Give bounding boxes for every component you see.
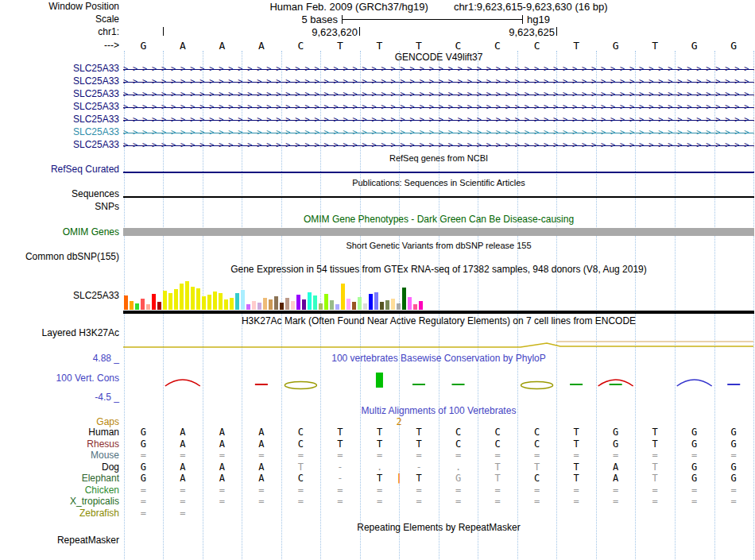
alignment-base: = — [556, 496, 596, 507]
gene-transcript[interactable]: >>>>>>>>>>>>>>>>>>>>>>>>>>>>>>>>>>>>>>>>… — [123, 64, 754, 75]
species-label-dog[interactable]: Dog — [0, 462, 119, 473]
gtex-gene-model[interactable] — [123, 311, 754, 314]
alignment-base: = — [635, 496, 675, 507]
alignment-base: T — [281, 462, 320, 473]
snps-label[interactable]: SNPs — [0, 202, 119, 212]
alignment-base: = — [399, 496, 439, 507]
gene-transcript[interactable]: >>>>>>>>>>>>>>>>>>>>>>>>>>>>>>>>>>>>>>>>… — [123, 76, 754, 87]
alignment-base: = — [399, 485, 439, 496]
base-letter: T — [399, 41, 439, 51]
conservation-mark — [677, 380, 712, 386]
alignment-base: = — [675, 450, 714, 461]
alignment-base: A — [163, 427, 203, 438]
conservation-min-label: -4.5 _ — [0, 392, 119, 403]
species-label-mouse[interactable]: Mouse — [0, 450, 119, 461]
omim-gene-bar[interactable] — [123, 228, 754, 236]
alignment-base: G — [596, 439, 636, 450]
gtex-expression-bar — [124, 295, 128, 310]
gene-label[interactable]: SLC25A33 — [0, 64, 119, 74]
gene-label[interactable]: SLC25A33 — [0, 127, 119, 137]
conservation-mark — [165, 380, 200, 386]
alignment-base: A — [163, 439, 203, 450]
alignment-base: = — [202, 496, 242, 507]
gtex-expression-bar — [269, 299, 273, 310]
refseq-track-header[interactable]: RefSeq genes from NCBI — [123, 153, 754, 164]
alignment-base: T — [399, 427, 439, 438]
alignment-base: . — [439, 462, 478, 473]
gtex-expression-bar — [308, 292, 312, 310]
gtex-expression-bar — [291, 301, 295, 310]
vert-cons-label[interactable]: 100 Vert. Cons — [0, 373, 119, 384]
gene-label[interactable]: SLC25A33 — [0, 76, 119, 87]
alignment-base: T — [360, 439, 400, 450]
gene-transcript[interactable]: >>>>>>>>>>>>>>>>>>>>>>>>>>>>>>>>>>>>>>>>… — [123, 140, 754, 151]
alignment-base: = — [281, 450, 320, 461]
species-label-x_tropicalis[interactable]: X_tropicalis — [0, 496, 119, 507]
sequences-label[interactable]: Sequences — [0, 189, 119, 199]
strand-arrows: >>>>>>>>>>>>>>>>>>>>>>>>>>>>>>>>>>>>>>>>… — [123, 102, 754, 113]
base-letter: C — [281, 41, 320, 51]
gencode-track-header[interactable]: GENCODE V49lift37 — [123, 52, 754, 63]
publications-track-header[interactable]: Publications: Sequences in Scientific Ar… — [123, 178, 754, 188]
alignment-base: = — [556, 450, 596, 461]
gene-transcript[interactable]: >>>>>>>>>>>>>>>>>>>>>>>>>>>>>>>>>>>>>>>>… — [123, 89, 754, 100]
base-letter: A — [242, 41, 281, 51]
repeatmasker-track-header[interactable]: Repeating Elements by RepeatMasker — [123, 523, 754, 533]
h3k27ac-track-header[interactable]: H3K27Ac Mark (Often Found Near Active Re… — [123, 316, 754, 326]
base-letter: T — [360, 41, 400, 51]
gene-transcript[interactable]: >>>>>>>>>>>>>>>>>>>>>>>>>>>>>>>>>>>>>>>>… — [123, 102, 754, 113]
phylop-track-header[interactable]: 100 vertebrates Basewise Conservation by… — [123, 353, 754, 364]
gtex-expression-chart[interactable] — [124, 281, 424, 310]
window-position-label: Window Position — [0, 2, 119, 12]
alignment-base: T — [399, 439, 439, 450]
gene-transcript[interactable]: >>>>>>>>>>>>>>>>>>>>>>>>>>>>>>>>>>>>>>>>… — [123, 127, 754, 138]
species-label-elephant[interactable]: Elephant — [0, 473, 119, 484]
alignment-base: G — [123, 462, 163, 473]
base-letter: G — [675, 41, 714, 51]
strand-arrows: >>>>>>>>>>>>>>>>>>>>>>>>>>>>>>>>>>>>>>>>… — [123, 127, 754, 138]
gtex-expression-bar — [285, 298, 289, 310]
h3k27ac-signal[interactable] — [0, 338, 755, 352]
common-dbsnp-label[interactable]: Common dbSNP(155) — [0, 252, 119, 262]
species-label-rhesus[interactable]: Rhesus — [0, 439, 119, 450]
omim-genes-label[interactable]: OMIM Genes — [0, 227, 119, 238]
alignment-base: A — [242, 473, 281, 484]
gene-label[interactable]: SLC25A33 — [0, 89, 119, 99]
alignment-base: = — [714, 496, 753, 507]
scale-label: Scale — [0, 14, 119, 25]
species-label-zebrafish[interactable]: Zebrafish — [0, 508, 119, 519]
gene-transcript[interactable]: >>>>>>>>>>>>>>>>>>>>>>>>>>>>>>>>>>>>>>>>… — [123, 114, 754, 126]
alignment-base: = — [517, 496, 557, 507]
alignment-base: C — [517, 439, 557, 450]
species-label-chicken[interactable]: Chicken — [0, 485, 119, 496]
gtex-track-header[interactable]: Gene Expression in 54 tissues from GTEx … — [123, 265, 754, 275]
alignment-base: - — [320, 462, 360, 473]
alignment-base: = — [517, 450, 557, 461]
sequences-item[interactable] — [123, 196, 754, 198]
alignment-base: = — [596, 496, 636, 507]
layered-h3k27ac-label[interactable]: Layered H3K27Ac — [0, 328, 119, 338]
dbsnp-track-header[interactable]: Short Genetic Variants from dbSNP releas… — [123, 241, 754, 251]
alignment-base: C — [281, 439, 320, 450]
alignment-base: A — [242, 462, 281, 473]
alignment-base: T — [635, 473, 675, 484]
refseq-curated-item[interactable] — [123, 172, 754, 173]
repeatmasker-label[interactable]: RepeatMasker — [0, 535, 119, 546]
gtex-expression-bar — [363, 303, 367, 310]
gene-label[interactable]: SLC25A33 — [0, 140, 119, 150]
alignment-base: T — [360, 427, 400, 438]
strand-arrows: >>>>>>>>>>>>>>>>>>>>>>>>>>>>>>>>>>>>>>>>… — [123, 64, 754, 75]
gene-label[interactable]: SLC25A33 — [0, 114, 119, 125]
omim-track-header[interactable]: OMIM Gene Phenotypes - Dark Green Can Be… — [123, 214, 754, 225]
gene-label[interactable]: SLC25A33 — [0, 102, 119, 112]
base-letter: T — [556, 41, 596, 51]
alignment-base: A — [202, 439, 242, 450]
gtex-expression-bar — [241, 290, 245, 310]
alignment-base: - — [320, 473, 360, 484]
species-label-human[interactable]: Human — [0, 427, 119, 438]
multiz-track-header[interactable]: Multiz Alignments of 100 Vertebrates — [123, 406, 754, 416]
alignment-base: T — [320, 439, 360, 450]
refseq-curated-label[interactable]: RefSeq Curated — [0, 164, 119, 175]
alignment-base: G — [714, 427, 753, 438]
gtex-gene-label[interactable]: SLC25A33 — [0, 291, 119, 301]
